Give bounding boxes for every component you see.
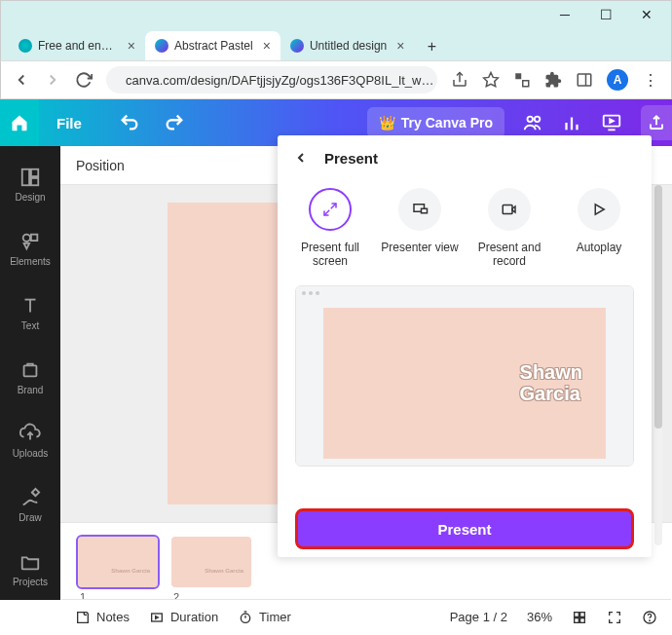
url-text: canva.com/design/DAFtjjsjyZg/ogs136F3QP8… (126, 73, 433, 88)
browser-tab-2[interactable]: Untitled design × (280, 31, 415, 60)
extensions-icon[interactable] (544, 71, 562, 89)
thumb-text: Shawn Garcia (205, 568, 243, 574)
elements-icon (19, 231, 41, 252)
svg-point-6 (535, 117, 541, 123)
svg-marker-11 (610, 119, 614, 123)
timer-button[interactable]: Timer (238, 610, 291, 625)
file-menu[interactable]: File (39, 115, 99, 131)
option-autoplay[interactable]: Autoplay (557, 188, 641, 268)
sidebar-label: Brand (18, 385, 44, 395)
back-button[interactable] (291, 148, 311, 168)
svg-rect-1 (515, 73, 521, 79)
duration-button[interactable]: Duration (149, 610, 218, 625)
present-preview: Shawn Garcia (295, 285, 634, 467)
translate-icon[interactable] (513, 71, 531, 89)
sidebar-item-uploads[interactable]: Uploads (0, 410, 60, 472)
tab-close-icon[interactable]: × (263, 38, 271, 54)
left-sidebar: Design Elements Text Brand Uploads Draw … (0, 146, 60, 600)
notes-button[interactable]: Notes (75, 610, 130, 625)
zoom-level[interactable]: 36% (527, 610, 552, 624)
svg-rect-34 (575, 612, 579, 616)
option-label: Autoplay (577, 241, 622, 254)
thumbnail-1[interactable]: Shawn Garcia 1 (78, 537, 158, 587)
tab-close-icon[interactable]: × (396, 38, 404, 54)
browser-toolbar: canva.com/design/DAFtjjsjyZg/ogs136F3QP8… (0, 60, 672, 99)
svg-rect-14 (31, 169, 38, 176)
brand-icon (19, 359, 41, 381)
tab-title: Free and engaging (38, 39, 118, 53)
reload-button[interactable] (75, 70, 93, 90)
popover-scrollbar[interactable] (654, 185, 662, 545)
fullscreen-icon[interactable] (607, 610, 622, 625)
option-present-and-record[interactable]: Present and record (467, 188, 551, 268)
collaborators-icon[interactable] (522, 112, 543, 133)
video-icon (501, 201, 518, 218)
text-icon (19, 295, 41, 317)
svg-rect-35 (580, 612, 585, 616)
position-button[interactable]: Position (76, 158, 125, 173)
sidebar-label: Elements (10, 256, 51, 267)
favicon-icon (19, 39, 32, 53)
svg-rect-13 (22, 169, 29, 186)
svg-rect-37 (580, 617, 585, 622)
tab-title: Untitled design (310, 39, 387, 53)
option-presenter-view[interactable]: Presenter view (378, 188, 462, 268)
sidebar-item-projects[interactable]: Projects (0, 538, 60, 600)
share-icon[interactable] (451, 71, 468, 89)
page-indicator[interactable]: Page 1 / 2 (450, 610, 507, 624)
forward-button[interactable] (44, 70, 61, 90)
undo-button[interactable] (119, 112, 140, 133)
try-pro-button[interactable]: 👑 Try Canva Pro (367, 107, 504, 138)
thumb-text: Shawn Garcia (111, 568, 150, 574)
window-maximize[interactable]: ☐ (599, 8, 613, 21)
browser-tab-1[interactable]: Abstract Pastel × (145, 31, 280, 60)
sidebar-label: Projects (13, 577, 48, 587)
sidebar-item-elements[interactable]: Elements (0, 218, 60, 280)
url-field[interactable]: canva.com/design/DAFtjjsjyZg/ogs136F3QP8… (106, 66, 437, 93)
profile-avatar[interactable]: A (607, 69, 628, 91)
notes-icon (75, 610, 91, 625)
svg-rect-21 (24, 365, 37, 376)
window-close[interactable]: ✕ (640, 8, 653, 21)
sidebar-item-text[interactable]: Text (0, 281, 60, 344)
preview-slide-text: Shawn Garcia (520, 361, 582, 404)
option-label: Present full screen (288, 241, 372, 268)
popover-title: Present (324, 150, 378, 167)
option-present-full-screen[interactable]: Present full screen (288, 188, 372, 268)
browser-tab-0[interactable]: Free and engaging × (9, 31, 145, 60)
analytics-icon[interactable] (561, 112, 582, 133)
svg-rect-24 (503, 205, 512, 214)
grid-view-icon[interactable] (572, 610, 587, 625)
thumbnail-2[interactable]: Shawn Garcia 2 (171, 537, 251, 587)
play-icon (590, 201, 608, 218)
sidebar-label: Uploads (13, 448, 49, 459)
crown-icon: 👑 (379, 115, 395, 131)
bottom-bar: Notes Duration Timer Page 1 / 2 36% (61, 599, 671, 634)
sidebar-item-draw[interactable]: Draw (0, 474, 60, 537)
side-panel-icon[interactable] (576, 71, 593, 89)
star-icon[interactable] (482, 71, 500, 89)
present-icon[interactable] (600, 112, 623, 133)
tab-close-icon[interactable]: × (128, 38, 135, 54)
svg-rect-17 (31, 235, 37, 241)
kebab-menu-icon[interactable]: ⋮ (642, 71, 659, 89)
tab-title: Abstract Pastel (174, 39, 253, 53)
home-button[interactable] (0, 99, 39, 146)
present-button[interactable]: Present (295, 508, 634, 549)
help-icon[interactable] (642, 610, 657, 625)
window-minimize[interactable]: ─ (558, 8, 572, 21)
svg-rect-36 (575, 617, 579, 622)
option-label: Presenter view (381, 241, 458, 254)
timer-icon (238, 610, 253, 625)
try-pro-label: Try Canva Pro (401, 115, 493, 131)
duration-icon (149, 610, 165, 625)
sidebar-item-brand[interactable]: Brand (0, 346, 60, 408)
new-tab-button[interactable]: + (418, 33, 445, 60)
svg-rect-23 (422, 208, 428, 213)
back-button[interactable] (13, 70, 30, 90)
sidebar-label: Text (21, 320, 39, 331)
redo-button[interactable] (164, 112, 185, 133)
sidebar-item-design[interactable]: Design (0, 154, 60, 216)
favicon-icon (290, 39, 304, 53)
svg-point-39 (650, 620, 651, 621)
